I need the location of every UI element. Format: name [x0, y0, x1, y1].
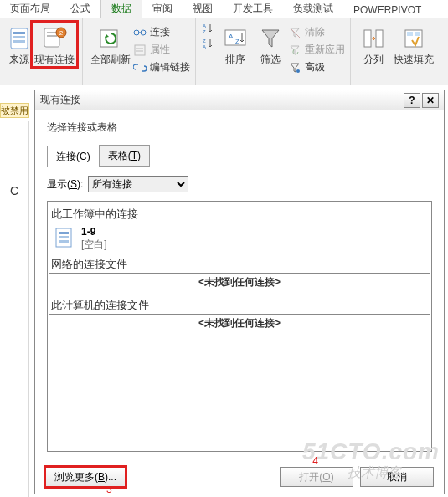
svg-rect-29 [415, 32, 420, 36]
clear-label: 清除 [305, 25, 325, 39]
column-header-c[interactable]: C [10, 184, 18, 197]
tab-view[interactable]: 视图 [183, 0, 223, 18]
advanced-label: 高级 [305, 60, 325, 74]
browse-more-button[interactable]: 浏览更多(B)... [45, 467, 126, 487]
group-connections: 全部刷新 连接 属性 编辑链接 [83, 18, 196, 85]
sort-za-icon: ZA [201, 37, 214, 50]
clear-button[interactable]: 清除 [288, 25, 345, 39]
text-to-columns-label: 分列 [363, 54, 384, 65]
connections-icon [133, 26, 147, 39]
svg-rect-9 [100, 30, 117, 47]
section-computer: 此计算机的连接文件 [49, 296, 430, 315]
svg-rect-26 [376, 30, 383, 47]
dialog-title: 现有连接 [40, 93, 402, 107]
svg-point-24 [296, 69, 300, 73]
show-select[interactable]: 所有连接 [88, 176, 188, 192]
svg-rect-1 [13, 32, 25, 34]
sort-icon: AZ [222, 25, 249, 52]
svg-rect-25 [364, 30, 371, 47]
tab-tables[interactable]: 表格(T) [99, 145, 150, 167]
text-to-columns-icon [360, 25, 387, 52]
section-workbook: 此工作簿中的连接 [49, 205, 430, 223]
properties-label: 属性 [150, 43, 170, 57]
connections-button[interactable]: 连接 [133, 25, 190, 39]
reapply-label: 重新应用 [305, 43, 345, 57]
refresh-all-label: 全部刷新 [90, 54, 131, 65]
dialog-prompt: 选择连接或表格 [47, 120, 432, 135]
reapply-button[interactable]: 重新应用 [288, 43, 345, 57]
flash-fill-icon [400, 25, 427, 52]
flash-fill-button[interactable]: 快速填充 [391, 22, 436, 67]
from-other-sources-button[interactable]: 来源 [7, 22, 32, 67]
svg-text:A: A [229, 33, 234, 40]
edit-links-icon [133, 61, 147, 74]
svg-text:A: A [203, 44, 206, 49]
sort-az-button[interactable]: AZ [201, 22, 214, 35]
annotation-4: 4 [312, 455, 318, 467]
connection-name: 1-9 [81, 226, 107, 238]
cancel-button[interactable]: 取消 [360, 467, 434, 487]
show-row: 显示(S): 所有连接 [47, 176, 432, 192]
tab-review[interactable]: 审阅 [142, 0, 183, 18]
svg-rect-31 [59, 232, 69, 234]
connection-desc: [空白] [81, 238, 107, 251]
open-button[interactable]: 打开(O) [280, 467, 353, 487]
text-to-columns-button[interactable]: 分列 [356, 22, 391, 67]
existing-connections-button[interactable]: 2 现有连接 [32, 22, 77, 67]
refresh-all-button[interactable]: 全部刷新 [88, 22, 133, 67]
worksheet-left-column: C [0, 121, 29, 497]
dialog-body: 选择连接或表格 连接(C) 表格(T) 显示(S): 所有连接 此工作簿中的连接… [35, 110, 444, 460]
tab-developer[interactable]: 开发工具 [223, 0, 283, 18]
dialog-inner-tabs: 连接(C) 表格(T) [47, 145, 432, 167]
filter-button[interactable]: 筛选 [253, 22, 288, 67]
funnel-icon [257, 25, 284, 52]
show-label: 显示(S): [47, 177, 83, 192]
sort-button[interactable]: AZ 排序 [218, 22, 253, 67]
properties-icon [133, 44, 147, 57]
advanced-button[interactable]: 高级 [288, 60, 345, 74]
reapply-icon [288, 44, 301, 57]
tab-load-test[interactable]: 负载测试 [283, 0, 343, 18]
connections-label: 连接 [150, 25, 170, 39]
svg-rect-6 [47, 35, 57, 37]
help-button[interactable]: ? [404, 93, 420, 108]
network-not-found: <未找到任何连接> [49, 274, 430, 295]
properties-button[interactable]: 属性 [133, 43, 190, 57]
connections-list[interactable]: 此工作簿中的连接 1-9 [空白] 网络的连接文件 <未找到任何连接> 此计算机… [47, 201, 432, 452]
group-sort-filter: AZ ZA AZ 排序 筛选 清除 重新应用 高级 [196, 18, 351, 85]
svg-rect-2 [13, 36, 25, 38]
connection-file-icon [53, 226, 76, 249]
security-warning-strip: 被禁用 [0, 103, 29, 118]
advanced-icon [288, 61, 301, 74]
svg-rect-28 [407, 32, 413, 36]
dialog-footer: 浏览更多(B)... 4 打开(O) 取消 [35, 460, 444, 494]
refresh-icon [97, 25, 124, 52]
ribbon-tabs: 页面布局 公式 数据 审阅 视图 开发工具 负载测试 POWERPIVOT [0, 0, 448, 18]
section-network: 网络的连接文件 [49, 255, 430, 274]
svg-rect-33 [59, 240, 69, 243]
close-button[interactable]: ✕ [422, 93, 439, 108]
filter-label: 筛选 [260, 54, 281, 65]
svg-rect-3 [13, 40, 25, 43]
edit-links-label: 编辑链接 [150, 60, 190, 74]
tab-data[interactable]: 数据 [100, 0, 142, 18]
tab-powerpivot[interactable]: POWERPIVOT [343, 2, 431, 18]
svg-text:Z: Z [203, 29, 206, 34]
group-data-tools: 分列 快速填充 [351, 18, 441, 85]
sort-label: 排序 [225, 54, 245, 65]
tab-page-layout[interactable]: 页面布局 [0, 0, 60, 18]
edit-links-button[interactable]: 编辑链接 [133, 60, 190, 74]
sort-za-button[interactable]: ZA [201, 37, 214, 50]
dialog-titlebar[interactable]: 现有连接 ? ✕ [35, 90, 444, 110]
tab-formulas[interactable]: 公式 [60, 0, 100, 18]
tab-connections[interactable]: 连接(C) [47, 146, 100, 167]
connection-item[interactable]: 1-9 [空白] [49, 223, 430, 254]
svg-rect-32 [59, 236, 69, 238]
clear-icon [288, 26, 301, 39]
svg-rect-13 [135, 45, 145, 55]
existing-connections-dialog: 现有连接 ? ✕ 选择连接或表格 连接(C) 表格(T) 显示(S): 所有连接… [34, 90, 445, 494]
from-other-sources-label: 来源 [9, 54, 29, 65]
existing-connections-label: 现有连接 [34, 54, 75, 65]
svg-text:Z: Z [235, 38, 239, 45]
svg-text:A: A [203, 23, 206, 28]
